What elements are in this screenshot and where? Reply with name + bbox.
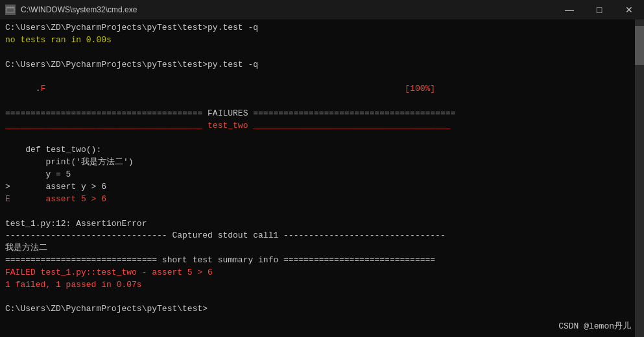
line-text bbox=[45, 84, 405, 94]
terminal-line: C:\Users\ZD\PycharmProjects\pyTest\test>… bbox=[5, 59, 639, 71]
code-line: print('我是方法二') bbox=[5, 156, 639, 169]
terminal-line: C:\Users\ZD\PycharmProjects\pyTest\test>… bbox=[5, 22, 639, 34]
watermark: CSDN @lemon丹儿 bbox=[558, 320, 631, 332]
line-text: 我是方法二 bbox=[5, 243, 47, 253]
title-bar: C:\WINDOWS\system32\cmd.exe — □ ✕ bbox=[0, 0, 644, 19]
line-text: _______________________________________ bbox=[5, 121, 208, 131]
terminal-line bbox=[5, 47, 639, 59]
code-line: def test_two(): bbox=[5, 144, 639, 156]
svg-rect-1 bbox=[6, 7, 14, 8]
cmd-window: C:\WINDOWS\system32\cmd.exe — □ ✕ C:\Use… bbox=[0, 0, 644, 337]
scrollbar-thumb[interactable] bbox=[635, 26, 644, 65]
code-line: y = 5 bbox=[5, 169, 639, 181]
stdout-content: 我是方法二 bbox=[5, 242, 639, 255]
window-icon bbox=[5, 5, 16, 15]
line-text: E assert 5 > 6 bbox=[5, 194, 106, 204]
assertion-error-line: test_1.py:12: AssertionError bbox=[5, 218, 639, 231]
percent-badge: [100%] bbox=[405, 84, 435, 94]
summary-separator: ============================== short tes… bbox=[5, 255, 639, 267]
window-controls: — □ ✕ bbox=[555, 0, 644, 19]
pass-indicator: . bbox=[36, 84, 41, 94]
maximize-button[interactable]: □ bbox=[584, 0, 614, 19]
minimize-button[interactable]: — bbox=[555, 0, 584, 19]
terminal-body: C:\Users\ZD\PycharmProjects\pyTest\test>… bbox=[0, 19, 644, 337]
close-button[interactable]: ✕ bbox=[614, 0, 644, 19]
scrollbar[interactable] bbox=[635, 19, 644, 337]
line-text-end: _______________________________________ bbox=[248, 121, 450, 131]
line-text: C:\Users\ZD\PycharmProjects\pyTest\test>… bbox=[5, 23, 258, 32]
line-text: print('我是方法二') bbox=[5, 157, 134, 167]
test-name: test_two bbox=[208, 121, 248, 131]
line-text: no tests ran in 0.00s bbox=[5, 35, 112, 45]
stdout-separator: -------------------------------- Capture… bbox=[5, 230, 639, 242]
window-title: C:\WINDOWS\system32\cmd.exe bbox=[21, 5, 639, 14]
line-text: > assert y > 6 bbox=[5, 182, 106, 192]
failed-line: FAILED test_1.py::test_two - assert 5 > … bbox=[5, 267, 639, 279]
line-text: FAILED test_1.py::test_two - assert 5 > … bbox=[5, 268, 213, 277]
terminal-line bbox=[5, 132, 639, 145]
failures-separator: ======================================= … bbox=[5, 108, 639, 120]
line-text: 1 failed, 1 passed in 0.07s bbox=[5, 280, 142, 290]
code-line: > assert y > 6 bbox=[5, 181, 639, 193]
line-text: C:\Users\ZD\PycharmProjects\pyTest\test>… bbox=[5, 60, 258, 69]
prompt-line: C:\Users\ZD\PycharmProjects\pyTest\test> bbox=[5, 303, 639, 316]
terminal-line: .F [100%] bbox=[5, 71, 639, 108]
line-text: def test_two(): bbox=[5, 145, 101, 155]
test-two-separator: _______________________________________ … bbox=[5, 120, 639, 132]
terminal-line: no tests ran in 0.00s bbox=[5, 34, 639, 47]
line-text: ============================== short tes… bbox=[5, 255, 435, 265]
line-text: y = 5 bbox=[5, 169, 71, 179]
terminal-line bbox=[5, 206, 639, 218]
line-text: -------------------------------- Capture… bbox=[5, 231, 446, 240]
line-text: ======================================= … bbox=[5, 108, 455, 118]
terminal-line bbox=[5, 292, 639, 304]
line-text: C:\Users\ZD\PycharmProjects\pyTest\test> bbox=[5, 304, 208, 314]
summary-line: 1 failed, 1 passed in 0.07s bbox=[5, 279, 639, 292]
error-line: E assert 5 > 6 bbox=[5, 193, 639, 206]
line-text: test_1.py:12: AssertionError bbox=[5, 219, 147, 229]
